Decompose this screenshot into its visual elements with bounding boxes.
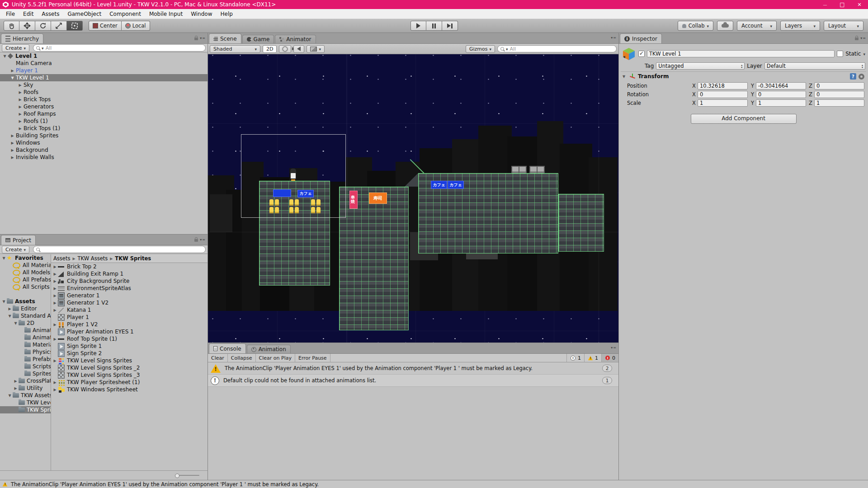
close-button[interactable] xyxy=(851,0,868,9)
menu-gameobject[interactable]: GameObject xyxy=(63,11,105,17)
tab-scene[interactable]: Scene xyxy=(209,33,241,43)
collab-dropdown[interactable]: Collab xyxy=(678,21,713,31)
move-tool-button[interactable] xyxy=(19,21,35,31)
hierarchy-create-button[interactable]: Create xyxy=(2,44,29,52)
breadcrumb-tkw-assets[interactable]: TKW Assets xyxy=(78,255,108,262)
panel-menu-icon[interactable]: ▾≡ xyxy=(611,36,617,40)
hierarchy-item-windows[interactable]: ▶Windows xyxy=(0,139,208,146)
foldout-icon[interactable]: ▼ xyxy=(7,314,13,318)
foldout-icon[interactable]: ▶ xyxy=(52,279,58,283)
scale-x-field[interactable]: 1 xyxy=(698,99,748,107)
hierarchy-item-tkw-level-1[interactable]: ▼TKW Level 1 xyxy=(0,74,208,81)
foldout-icon[interactable]: ▶ xyxy=(52,359,58,363)
audio-toggle-button[interactable] xyxy=(293,45,304,53)
tilemap-right-extension[interactable] xyxy=(558,194,604,252)
console-button-clear-on-play[interactable]: Clear on Play xyxy=(256,354,295,362)
tab-inspector[interactable]: i Inspector xyxy=(620,33,662,43)
foldout-icon[interactable]: ▶ xyxy=(9,141,15,145)
foldout-icon[interactable]: ▶ xyxy=(13,379,19,383)
foldout-icon[interactable]: ▶ xyxy=(52,294,58,298)
project-file-generator-1-v2[interactable]: ▶Generator 1 V2 xyxy=(51,299,208,306)
project-folder-editor[interactable]: ▶Editor xyxy=(0,305,51,312)
rect-tool-button[interactable] xyxy=(67,21,83,31)
project-folder-animation[interactable]: Animation xyxy=(0,327,51,334)
project-folder-sprites[interactable]: Sprites xyxy=(0,370,51,377)
layers-dropdown[interactable]: Layers xyxy=(780,21,820,31)
2d-toggle-button[interactable]: 2D xyxy=(263,45,277,53)
project-file-tkw-level-signs-sprites-3[interactable]: TKW Level Signs Sprites _3 xyxy=(51,371,208,379)
project-folder-2d[interactable]: ▼2D xyxy=(0,319,51,327)
foldout-icon[interactable]: ▶ xyxy=(52,286,58,291)
foldout-icon[interactable]: ▶ xyxy=(9,69,15,73)
hand-tool-button[interactable] xyxy=(4,21,19,31)
project-file-generator-1[interactable]: ▶Generator 1 xyxy=(51,292,208,299)
menu-mobile-input[interactable]: Mobile Input xyxy=(145,11,187,17)
lighting-toggle-button[interactable] xyxy=(279,45,291,53)
project-folder-crossplatforminput[interactable]: ▶CrossPlatformInput xyxy=(0,377,51,385)
scene-viewport[interactable]: カフェ 串焼 寿司 カフェ カフェ xyxy=(208,54,618,343)
project-folder-all-scripts[interactable]: All Scripts xyxy=(0,283,51,291)
foldout-icon[interactable]: ▶ xyxy=(17,112,23,116)
tab-animation[interactable]: Animation xyxy=(247,345,291,353)
static-checkbox[interactable] xyxy=(837,51,843,57)
foldout-icon[interactable]: ▶ xyxy=(52,301,58,305)
tag-dropdown[interactable]: Untagged ▴▾ xyxy=(656,62,745,70)
account-dropdown[interactable]: Account xyxy=(737,21,777,31)
hierarchy-item-invisible-walls[interactable]: ▶Invisible Walls xyxy=(0,154,208,161)
hierarchy-item-brick-tops[interactable]: ▶Brick Tops xyxy=(0,96,208,103)
gear-icon[interactable] xyxy=(859,74,864,80)
project-folder-favorites[interactable]: ▼★Favorites xyxy=(0,254,51,262)
project-folder-assets[interactable]: ▼Assets xyxy=(0,298,51,305)
menu-component[interactable]: Component xyxy=(105,11,145,17)
static-dropdown[interactable] xyxy=(863,51,865,57)
foldout-icon[interactable]: ▶ xyxy=(13,386,19,390)
hierarchy-item-roofs-1[interactable]: ▶Roofs (1) xyxy=(0,117,208,125)
add-component-button[interactable]: Add Component xyxy=(691,114,797,124)
project-folder-utility[interactable]: ▶Utility xyxy=(0,385,51,392)
project-file-sign-sprite-2[interactable]: Sign Sprite 2 xyxy=(51,350,208,357)
project-file-katana-1[interactable]: ▶Katana 1 xyxy=(51,306,208,314)
project-file-tkw-windows-spritesheet[interactable]: ▶TKW Windows Spritesheet xyxy=(51,386,208,393)
rotation-x-field[interactable]: 0 xyxy=(698,91,748,98)
rotation-toggle-button[interactable]: Local xyxy=(122,21,150,31)
foldout-icon[interactable]: ▶ xyxy=(52,265,58,269)
menu-help[interactable]: Help xyxy=(216,11,236,17)
foldout-icon[interactable]: ▶ xyxy=(52,308,58,312)
hierarchy-item-brick-tops-1[interactable]: ▶Brick Tops (1) xyxy=(0,125,208,132)
project-search-input[interactable] xyxy=(33,246,206,253)
console-entry[interactable]: The AnimationClip 'Player Animation EYES… xyxy=(208,362,618,375)
foldout-icon[interactable]: ▶ xyxy=(17,127,23,131)
project-file-city-background-sprite[interactable]: ▶City Background Sprite xyxy=(51,277,208,285)
rotation-y-field[interactable]: 0 xyxy=(756,91,806,98)
maximize-button[interactable] xyxy=(834,0,851,9)
panel-menu-icon[interactable]: ▾≡ xyxy=(611,346,617,350)
panel-menu-icon[interactable]: ▾≡ xyxy=(200,238,206,242)
rotate-tool-button[interactable] xyxy=(35,21,51,31)
lock-icon[interactable] xyxy=(194,38,198,40)
console-info-counter[interactable]: !1 xyxy=(566,354,584,362)
foldout-icon[interactable]: ▶ xyxy=(9,148,15,152)
foldout-icon[interactable]: ▶ xyxy=(52,380,58,385)
menu-file[interactable]: File xyxy=(2,11,19,17)
foldout-icon[interactable]: ▼ xyxy=(7,394,13,398)
foldout-icon[interactable]: ▼ xyxy=(2,54,8,58)
menu-window[interactable]: Window xyxy=(187,11,216,17)
hierarchy-item-sky[interactable]: ▶Sky xyxy=(0,81,208,89)
project-file-sign-sprite-1[interactable]: Sign Sprite 1 xyxy=(51,343,208,350)
hierarchy-item-building-sprites[interactable]: ▶Building Sprites xyxy=(0,132,208,139)
project-file-environmentspriteatlas[interactable]: ▶EnvironmentSpriteAtlas xyxy=(51,285,208,292)
scale-z-field[interactable]: 1 xyxy=(814,99,864,107)
tab-hierarchy[interactable]: Hierarchy xyxy=(1,33,43,43)
project-file-roof-top-sprite-1[interactable]: ▶Roof Top Sprite (1) xyxy=(51,335,208,343)
active-checkbox[interactable] xyxy=(638,51,645,57)
hierarchy-search-input[interactable]: All xyxy=(33,44,206,52)
hierarchy-item-background[interactable]: ▶Background xyxy=(0,146,208,154)
effects-dropdown[interactable] xyxy=(307,45,325,53)
menu-assets[interactable]: Assets xyxy=(38,11,63,17)
position-x-field[interactable]: 10.32618 xyxy=(698,82,748,89)
lock-icon[interactable] xyxy=(855,38,859,40)
foldout-icon[interactable]: ▶ xyxy=(7,307,13,311)
gizmos-dropdown[interactable]: Gizmos xyxy=(466,45,495,53)
foldout-icon[interactable]: ▶ xyxy=(17,90,23,94)
layer-dropdown[interactable]: Default ▴▾ xyxy=(764,62,865,70)
